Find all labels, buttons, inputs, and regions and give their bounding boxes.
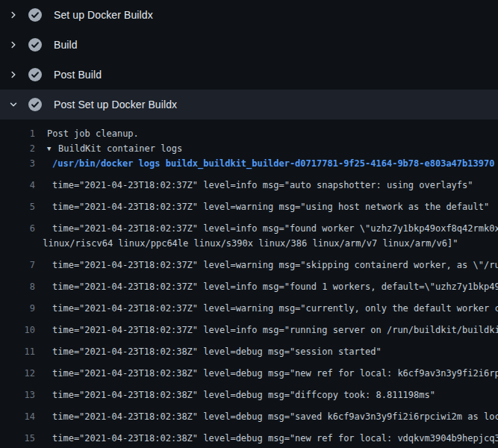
disclosure-triangle-icon[interactable]: ▼ <box>47 141 58 156</box>
log-line: 15 time="2021-04-23T18:02:38Z" level=deb… <box>0 424 498 446</box>
chevron-right-icon <box>10 11 17 19</box>
line-number[interactable]: 10 <box>0 323 35 337</box>
log-line: 1 Post job cleanup. <box>0 126 498 141</box>
line-number[interactable]: 1 <box>0 126 35 141</box>
line-text: time="2021-04-23T18:02:37Z" level=warnin… <box>52 301 498 316</box>
step-title: Set up Docker Buildx <box>54 9 153 21</box>
log-line: 6 time="2021-04-23T18:02:37Z" level=info… <box>0 214 498 236</box>
step-row[interactable]: Post Build <box>0 60 498 90</box>
line-number[interactable]: 6 <box>0 221 35 236</box>
line-text: time="2021-04-23T18:02:38Z" level=debug … <box>52 409 498 424</box>
log-line: 9 time="2021-04-23T18:02:37Z" level=warn… <box>0 294 498 316</box>
log-line: 4 time="2021-04-23T18:02:37Z" level=info… <box>0 171 498 193</box>
line-text: linux/riscv64 linux/ppc64le linux/s390x … <box>37 236 458 251</box>
log-line: 5 time="2021-04-23T18:02:37Z" level=warn… <box>0 193 498 214</box>
line-number[interactable]: 8 <box>0 279 35 294</box>
step-title: Build <box>54 39 78 51</box>
chevron-right-icon <box>10 41 17 49</box>
log-panel: 1 Post job cleanup. 2 ▼ BuildKit contain… <box>0 119 498 448</box>
line-number[interactable]: 11 <box>0 344 35 359</box>
actions-log-viewer: Set up Docker Buildx Build Post Build Po… <box>0 0 498 448</box>
line-text: time="2021-04-23T18:02:37Z" level=warnin… <box>52 199 489 214</box>
check-circle-icon <box>28 68 42 81</box>
line-text: time="2021-04-23T18:02:37Z" level=info m… <box>52 279 498 294</box>
line-text: time="2021-04-23T18:02:37Z" level=info m… <box>52 221 498 236</box>
steps-list: Set up Docker Buildx Build Post Build Po… <box>0 0 498 119</box>
step-row[interactable]: Set up Docker Buildx <box>0 0 498 30</box>
step-title: Post Build <box>54 69 102 81</box>
line-number[interactable]: 9 <box>0 301 35 316</box>
line-text: time="2021-04-23T18:02:38Z" level=debug … <box>52 344 382 359</box>
log-line: 10 time="2021-04-23T18:02:37Z" level=inf… <box>0 316 498 337</box>
line-number[interactable]: 5 <box>0 199 35 214</box>
check-circle-icon <box>28 98 42 111</box>
line-number[interactable]: 15 <box>0 431 35 446</box>
log-line: 11 time="2021-04-23T18:02:38Z" level=deb… <box>0 337 498 359</box>
line-number[interactable]: 13 <box>0 388 35 402</box>
step-title: Post Set up Docker Buildx <box>54 99 177 111</box>
chevron-down-icon <box>10 101 17 108</box>
log-line: linux/riscv64 linux/ppc64le linux/s390x … <box>0 236 498 251</box>
check-circle-icon <box>28 38 42 52</box>
step-row[interactable]: Build <box>0 30 498 60</box>
line-number[interactable]: 2 <box>0 141 35 156</box>
log-line: 8 time="2021-04-23T18:02:37Z" level=info… <box>0 273 498 294</box>
log-line: 13 time="2021-04-23T18:02:38Z" level=deb… <box>0 381 498 402</box>
log-line: 3 /usr/bin/docker logs buildx_buildkit_b… <box>0 156 498 171</box>
step-row[interactable]: Post Set up Docker Buildx <box>0 90 498 119</box>
line-number[interactable]: 12 <box>0 366 35 381</box>
check-circle-icon <box>28 8 42 22</box>
line-text: time="2021-04-23T18:02:38Z" level=debug … <box>52 431 498 446</box>
log-line: 14 time="2021-04-23T18:02:38Z" level=deb… <box>0 402 498 424</box>
log-line: 12 time="2021-04-23T18:02:38Z" level=deb… <box>0 359 498 381</box>
log-line: 7 time="2021-04-23T18:02:37Z" level=warn… <box>0 251 498 273</box>
line-text: Post job cleanup. <box>47 126 139 141</box>
line-text: time="2021-04-23T18:02:37Z" level=warnin… <box>52 258 498 273</box>
line-text: time="2021-04-23T18:02:37Z" level=info m… <box>52 178 473 193</box>
line-number[interactable]: 3 <box>0 156 35 171</box>
line-text: time="2021-04-23T18:02:37Z" level=info m… <box>52 323 498 337</box>
line-text: BuildKit container logs <box>58 141 182 156</box>
line-text: time="2021-04-23T18:02:38Z" level=debug … <box>52 388 435 402</box>
log-line: 2 ▼ BuildKit container logs <box>0 141 498 156</box>
line-text: time="2021-04-23T18:02:38Z" level=debug … <box>52 366 498 381</box>
line-number[interactable]: 4 <box>0 178 35 193</box>
line-number[interactable]: 7 <box>0 258 35 273</box>
chevron-right-icon <box>10 71 17 78</box>
line-number[interactable]: 14 <box>0 409 35 424</box>
line-text: /usr/bin/docker logs buildx_buildkit_bui… <box>52 156 494 171</box>
